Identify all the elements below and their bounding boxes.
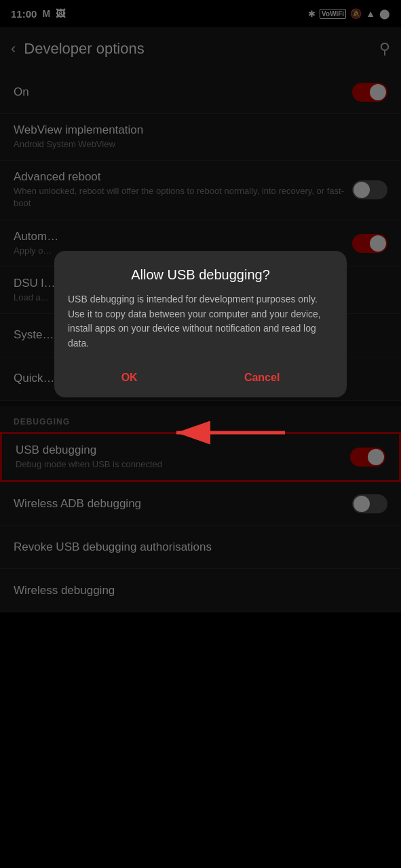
cancel-button[interactable]: Cancel: [228, 363, 296, 392]
usb-debug-dialog: Allow USB debugging? USB debugging is in…: [54, 251, 347, 397]
dialog-overlay: [0, 0, 401, 868]
ok-button[interactable]: OK: [105, 363, 154, 392]
dialog-title: Allow USB debugging?: [68, 267, 333, 283]
dialog-body: USB debugging is intended for developmen…: [68, 292, 333, 351]
dialog-buttons: OK Cancel: [68, 358, 333, 397]
